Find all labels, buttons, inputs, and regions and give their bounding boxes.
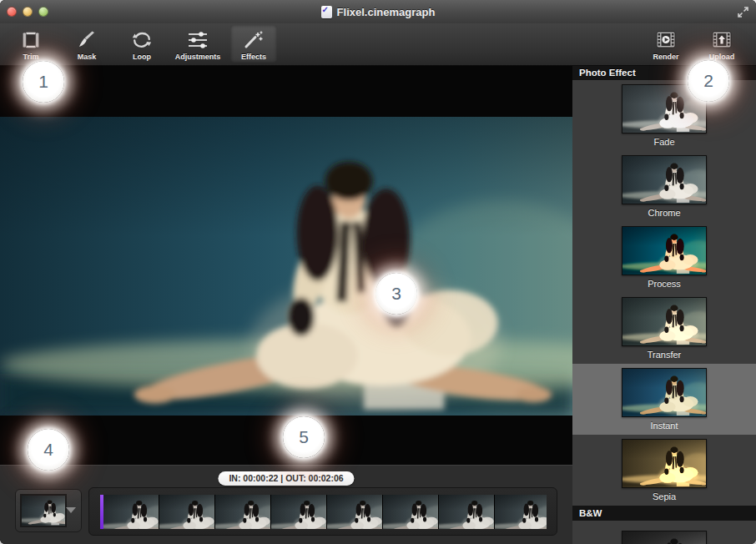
effect-item-bw-partial[interactable]: [572, 521, 756, 544]
chevron-down-icon: [66, 507, 76, 513]
window-title: Flixel.cinemagraph: [337, 6, 436, 18]
filmstrip-frame[interactable]: [327, 495, 383, 529]
timeline-bar: IN: 00:00:22 | OUT: 00:02:06: [0, 465, 572, 544]
title-bar: Flixel.cinemagraph: [0, 0, 756, 24]
filmstrip-frame[interactable]: [439, 495, 495, 529]
in-out-time-badge: IN: 00:00:22 | OUT: 00:02:06: [218, 471, 354, 486]
filmstrip-track: [100, 495, 547, 529]
trim-icon: [20, 28, 42, 52]
callout-badge-5: 5: [283, 416, 325, 458]
effect-item-sepia[interactable]: Sepia: [572, 435, 756, 506]
callout-badge-1: 1: [23, 61, 64, 103]
mask-button[interactable]: Mask: [63, 25, 110, 63]
filmstrip-frame[interactable]: [495, 495, 547, 529]
sliders-icon: [186, 28, 209, 52]
toolbar: Trim Mask Loop: [0, 23, 756, 66]
magic-wand-icon: [243, 28, 265, 52]
film-upload-icon: [711, 28, 733, 52]
effect-item-fade[interactable]: Fade: [572, 80, 756, 151]
effects-button[interactable]: Effects: [230, 25, 277, 63]
loop-button[interactable]: Loop: [118, 25, 165, 63]
filmstrip-frame[interactable]: [271, 495, 327, 529]
effect-item-instant[interactable]: Instant: [572, 364, 756, 435]
adjustments-button[interactable]: Adjustments: [168, 25, 228, 63]
poster-frame-thumbnail: [20, 494, 67, 527]
cinemagraph-preview: [0, 117, 572, 416]
brush-icon: [76, 28, 98, 52]
film-play-icon: [655, 28, 677, 52]
loop-icon: [130, 28, 154, 52]
effect-item-process[interactable]: Process: [572, 222, 756, 293]
effects-panel: Photo Effect Fade Chrome Process Transfe…: [572, 65, 756, 544]
filmstrip-frame[interactable]: [383, 495, 439, 529]
callout-badge-3: 3: [375, 273, 417, 315]
document-proxy-icon: [321, 6, 332, 18]
poster-frame-dropdown[interactable]: [15, 489, 82, 532]
effect-item-transfer[interactable]: Transfer: [572, 293, 756, 364]
preview-canvas: [0, 65, 572, 465]
callout-badge-4: 4: [28, 429, 69, 471]
filmstrip-frame[interactable]: [103, 495, 159, 529]
render-button[interactable]: Render: [643, 25, 689, 63]
bw-section-header: B&W: [572, 506, 756, 521]
app-window: Flixel.cinemagraph Trim: [0, 0, 756, 544]
upload-button[interactable]: Upload: [698, 25, 745, 63]
filmstrip-timeline[interactable]: [88, 487, 557, 536]
filmstrip-frame[interactable]: [215, 495, 271, 529]
filmstrip-frame[interactable]: [159, 495, 215, 529]
fullscreen-expand-icon[interactable]: [737, 6, 749, 18]
callout-badge-2: 2: [688, 60, 729, 102]
trim-button[interactable]: Trim: [8, 25, 54, 63]
effect-item-chrome[interactable]: Chrome: [572, 151, 756, 222]
